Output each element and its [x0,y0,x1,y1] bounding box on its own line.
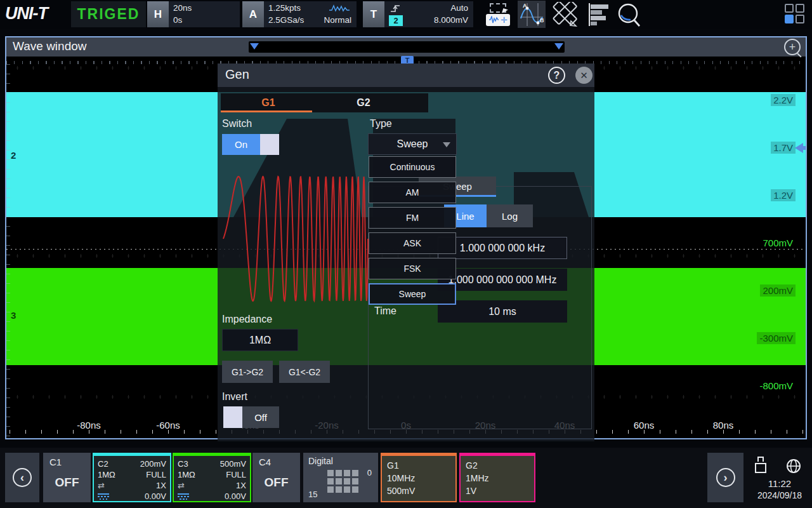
wave-select-tool[interactable]: ✛ [484,1,512,28]
type-select-value: Sweep [397,138,428,150]
type-option-fsk[interactable]: FSK [369,258,456,279]
position-left-marker-icon[interactable] [250,43,259,50]
gen2-box[interactable]: G2 1MHz 1V [459,453,535,502]
copy-g2-to-g1-button[interactable]: G1<-G2 [279,361,330,383]
switch-on-state[interactable]: On [222,134,260,155]
horizontal-info[interactable]: 20ns 0s [169,1,240,27]
trigger-mode-value: Auto [450,3,468,13]
histogram-tool[interactable] [585,1,613,28]
sweep-scale-log-button[interactable]: Log [487,204,533,227]
gen1-box[interactable]: G1 10MHz 500mV [381,453,457,502]
position-right-marker-icon[interactable] [554,43,563,50]
top-bar: UNI-T TRIGED H 20ns 0s A 1.25kpts 2.5GSa… [0,0,812,29]
digital-low-bit: 15 [308,490,317,499]
sweep-stop-freq-field[interactable]: 1.000 000 000 000 MHz [438,269,567,291]
channel4-box[interactable]: C4 OFF [252,453,300,502]
type-option-am[interactable]: AM [369,182,456,203]
measure-tool[interactable] [551,1,579,28]
invert-off-state[interactable]: Off [242,406,279,428]
svg-text:A: A [523,3,527,9]
tab-g1[interactable]: G1 [221,93,316,112]
channel3-position-marker[interactable]: 3 [11,310,16,321]
channel2-name: C2 [98,458,108,469]
trigger-source-badge: 2 [389,15,403,26]
voltage-label: -800mV [757,380,796,392]
horizontal-position-bar[interactable] [249,41,565,53]
oscilloscope-screen: UNI-T TRIGED H 20ns 0s A 1.25kpts 2.5GSa… [0,0,812,508]
gen2-name: G2 [466,459,529,472]
trigger-status-badge: TRIGED [71,1,146,27]
close-button[interactable]: ✕ [575,67,593,84]
tab-g2[interactable]: G2 [316,93,411,112]
chevron-down-icon [443,142,450,147]
search-icon [615,1,643,28]
selection-icon [490,3,506,13]
bottom-bar: ‹ C1 OFF C2200mV 1MΩFULL ⇄1X 0.00V C3500… [0,448,812,508]
cursor-measure-tool[interactable]: A B [518,1,546,28]
output-switch-toggle[interactable]: On [222,134,279,155]
horizontal-menu-button[interactable]: H [147,1,169,27]
type-option-sweep[interactable]: Sweep [369,283,456,305]
network-globe-icon [785,458,802,474]
close-icon: ✕ [580,70,588,81]
coupling-icon: ⇄ [98,480,105,491]
type-option-fm[interactable]: FM [369,207,456,229]
digital-label: Digital [308,456,333,466]
acquire-waveform-icon [329,4,350,13]
question-icon: ? [554,70,560,81]
acquire-mode-value: Normal [324,15,351,25]
sweep-start-freq-field[interactable]: 1.000 000 000 kHz [438,237,567,259]
channel1-box[interactable]: C1 OFF [43,453,91,502]
gen1-name: G1 [387,459,450,472]
impedance-button[interactable]: 1MΩ [222,329,298,351]
channel2-offset: 0.00V [145,491,166,502]
channel2-box[interactable]: C2200mV 1MΩFULL ⇄1X 0.00V [93,453,171,502]
sweep-time-field[interactable]: 10 ms [438,300,567,323]
acquire-menu-button[interactable]: A [242,1,264,27]
trigger-level-arrow-icon[interactable] [795,143,803,153]
voltage-label: 2.2V [771,94,796,106]
type-option-continuous[interactable]: Continuous [369,156,456,178]
zoom-in-icon[interactable]: + [784,39,801,55]
gen1-amplitude: 500mV [387,485,450,497]
search-tool[interactable] [615,1,643,28]
wave-window-titlebar: Wave window + [6,37,806,57]
trigger-menu-button[interactable]: T [363,1,384,27]
switch-slider[interactable] [260,134,279,155]
time-label: -80ns [77,420,101,431]
digital-high-bit: 0 [367,468,372,478]
gen-waveform-preview [222,171,369,305]
help-button[interactable]: ? [548,67,565,84]
left-tick-marks [6,64,10,438]
grid-windows-icon [785,4,804,23]
channel3-bandwidth: FULL [226,469,246,480]
gen1-frequency: 10MHz [387,472,450,485]
type-dropdown-list: Continuous AM FM ASK FSK Sweep [369,156,456,309]
system-status-area[interactable]: 11:22 2024/09/18 [747,453,812,502]
tab-g1-underline [221,110,312,112]
voltage-label: -300mV [757,332,796,344]
window-layout-button[interactable] [785,4,804,23]
acquire-info[interactable]: 1.25kpts 2.5GSa/s Normal [264,1,357,27]
wave-move-icon: ✛ [486,14,510,26]
ruler-pencil-icon [552,2,579,27]
channel3-impedance: 1MΩ [178,469,195,480]
invert-slider[interactable] [223,406,242,428]
usb-icon [755,457,766,473]
trigger-info[interactable]: 2 Auto 8.000mV [384,1,473,27]
type-select[interactable]: Sweep [368,133,457,155]
digital-box[interactable]: Digital 0 15 [303,453,378,502]
channel2-position-marker[interactable]: 2 [11,150,16,161]
channel2-color-stripe [93,453,171,456]
channel3-box[interactable]: C3500mV 1MΩFULL ⇄1X 0.00V [173,453,251,502]
channel1-state: OFF [43,476,91,490]
clock-time: 11:22 [747,478,812,489]
scroll-right-button[interactable]: › [707,453,743,502]
cursor-ab-icon: A B [519,2,544,27]
type-label: Type [370,118,392,130]
invert-toggle[interactable]: Off [223,406,279,428]
channel1-name: C1 [49,457,62,467]
scroll-left-button[interactable]: ‹ [5,453,39,502]
copy-g1-to-g2-button[interactable]: G1->G2 [222,361,273,383]
type-option-ask[interactable]: ASK [369,232,456,254]
